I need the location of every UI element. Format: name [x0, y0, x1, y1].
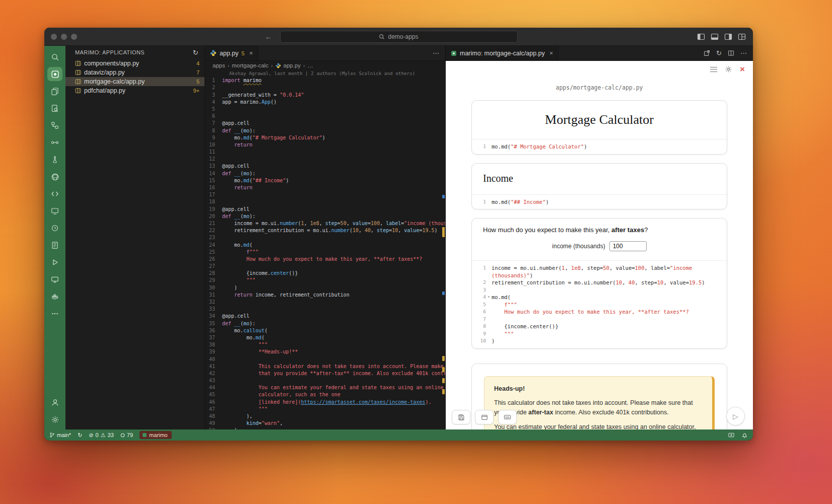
- vscode-window: ← → demo-apps: [44, 28, 753, 441]
- panel-button[interactable]: [475, 410, 494, 424]
- symbols-icon[interactable]: [47, 118, 62, 132]
- code-line: 3__generated_with = "0.0.14": [205, 92, 445, 99]
- toggle-secondary-sidebar-icon[interactable]: [724, 33, 732, 41]
- zoom-window-button[interactable]: [71, 34, 77, 40]
- run-cell-button[interactable]: ▷: [726, 407, 745, 425]
- code-line: 9 """: [477, 330, 722, 338]
- minimize-window-button[interactable]: [61, 34, 67, 40]
- more-actions-icon[interactable]: ⋯: [433, 49, 439, 57]
- income-number-input[interactable]: [609, 241, 647, 251]
- code-line: 37 mo.md(: [205, 334, 445, 341]
- close-tab-icon[interactable]: ×: [249, 49, 253, 57]
- code-line: (thousands)"): [477, 272, 722, 279]
- bell-icon[interactable]: [741, 432, 748, 439]
- more-icon[interactable]: [47, 307, 62, 321]
- shutdown-icon[interactable]: ×: [740, 65, 745, 74]
- close-tab-icon[interactable]: ×: [549, 49, 553, 57]
- code-line: 8def __(mo):: [205, 127, 445, 134]
- gitlens-blame[interactable]: Akshay Agrawal, last month | 2 authors (…: [205, 70, 445, 77]
- breadcrumb-file[interactable]: app.py: [284, 62, 301, 68]
- toggle-panel-icon[interactable]: [711, 33, 719, 41]
- file-label: dataviz/app.py: [84, 69, 125, 76]
- cell-income-code[interactable]: 1mo.md("## Income"): [472, 194, 727, 209]
- breadcrumb: apps› mortgage-calc› app.py› …: [205, 61, 445, 70]
- code-line: 25 f""": [205, 249, 445, 256]
- prompt-text: How much do you expect to make this year…: [483, 226, 716, 234]
- code-line: 3: [477, 286, 722, 294]
- code-line: 1mo.md("## Income"): [477, 198, 722, 206]
- circle-icon: [120, 433, 125, 438]
- files-icon[interactable]: [47, 84, 62, 98]
- cell-output: Mortgage Calculator: [472, 101, 727, 139]
- marimo-webview: × apps/mortgage-calc/app.py Mortgage Cal…: [446, 61, 753, 429]
- history-icon[interactable]: [47, 221, 62, 235]
- toggle-sidebar-icon[interactable]: [697, 33, 705, 41]
- close-window-button[interactable]: [51, 34, 57, 40]
- overview-ruler-mark: [442, 389, 445, 394]
- github-icon[interactable]: [47, 170, 62, 184]
- cell-output: How much do you expect to make this year…: [472, 219, 727, 260]
- save-button[interactable]: [452, 410, 470, 424]
- back-icon[interactable]: ←: [265, 33, 272, 41]
- fold-chevron-icon[interactable]: ▾: [488, 294, 492, 301]
- remote-window-icon[interactable]: [47, 204, 62, 218]
- error-icon: ⊘: [89, 432, 93, 439]
- command-center-search[interactable]: demo-apps: [280, 31, 518, 43]
- docker-icon[interactable]: [47, 290, 62, 304]
- settings-gear-icon[interactable]: [47, 412, 62, 426]
- breadcrumb-apps[interactable]: apps: [213, 62, 225, 68]
- tab-marimo-preview[interactable]: marimo: mortgage-calc/app.py ×: [446, 46, 559, 60]
- settings-gear-icon[interactable]: [725, 65, 732, 73]
- code-line: 40: [205, 356, 445, 363]
- code-line: 13@app.cell: [205, 163, 445, 170]
- breadcrumb-folder[interactable]: mortgage-calc: [232, 62, 268, 68]
- code-line: 31 return income, retirement_contributio…: [205, 292, 445, 299]
- refresh-icon[interactable]: ↻: [193, 49, 198, 56]
- code-line: 4app = marimo.App(): [205, 99, 445, 106]
- marimo-status-badge[interactable]: marimo: [140, 431, 172, 439]
- split-editor-icon[interactable]: [728, 50, 734, 56]
- menu-icon[interactable]: [710, 67, 717, 72]
- sync-icon: ↻: [78, 432, 82, 439]
- cell-number-code[interactable]: 1income = mo.ui.number(1, 1e8, step=50, …: [472, 260, 727, 348]
- sidebar-item[interactable]: pdfchat/app.py9+: [65, 86, 204, 95]
- breadcrumb-symbol[interactable]: …: [307, 62, 313, 68]
- window-icon: [481, 414, 488, 421]
- code-brackets-icon[interactable]: [47, 187, 62, 201]
- cell-title-code[interactable]: 1mo.md("# Mortgage Calculator"): [472, 139, 727, 154]
- tab-app-py[interactable]: app.py 5 ×: [205, 46, 258, 60]
- code-line: 6: [205, 113, 445, 120]
- account-icon[interactable]: [47, 395, 62, 409]
- customize-layout-icon[interactable]: [738, 33, 746, 41]
- problems-status[interactable]: ⊘0 ⚠33: [89, 432, 113, 439]
- markdown-h1: Mortgage Calculator: [483, 112, 716, 127]
- search-icon[interactable]: [47, 50, 62, 64]
- marimo-icon[interactable]: [47, 67, 62, 81]
- status-bar: main* ↻ ⊘0 ⚠33 79 marimo: [44, 429, 753, 441]
- file-label: pdfchat/app.py: [84, 87, 125, 94]
- markdown-h2: Income: [483, 173, 716, 184]
- problems-badge: 5: [196, 79, 199, 85]
- reload-icon[interactable]: ↻: [716, 49, 722, 57]
- keyboard-shortcuts-button[interactable]: [498, 410, 517, 424]
- beaker-icon[interactable]: [47, 153, 62, 167]
- more-actions-icon[interactable]: ⋯: [740, 49, 747, 57]
- sidebar-item[interactable]: components/app.py4: [65, 59, 204, 68]
- notebook-icon[interactable]: [47, 238, 62, 252]
- sync-status[interactable]: ↻: [78, 432, 82, 439]
- code-editor[interactable]: Akshay Agrawal, last month | 2 authors (…: [205, 70, 445, 429]
- screencast-icon[interactable]: [728, 432, 735, 439]
- git-branch-status[interactable]: main*: [49, 432, 71, 438]
- port-status[interactable]: 79: [120, 432, 133, 438]
- sidebar-item[interactable]: mortgage-calc/app.py5: [65, 77, 204, 86]
- code-line: 17: [205, 191, 445, 198]
- sidebar-item[interactable]: dataviz/app.py7: [65, 68, 204, 77]
- pipeline-icon[interactable]: [47, 135, 62, 150]
- run-icon[interactable]: [47, 255, 62, 269]
- devices-icon[interactable]: [47, 272, 62, 286]
- code-line: 5: [205, 106, 445, 113]
- open-external-icon[interactable]: [704, 50, 710, 56]
- editor-code-lines: 1import marimo23__generated_with = "0.0.…: [205, 77, 445, 429]
- code-line: 41 This calculator does not take taxes i…: [205, 363, 445, 370]
- file-search-icon[interactable]: [47, 101, 62, 115]
